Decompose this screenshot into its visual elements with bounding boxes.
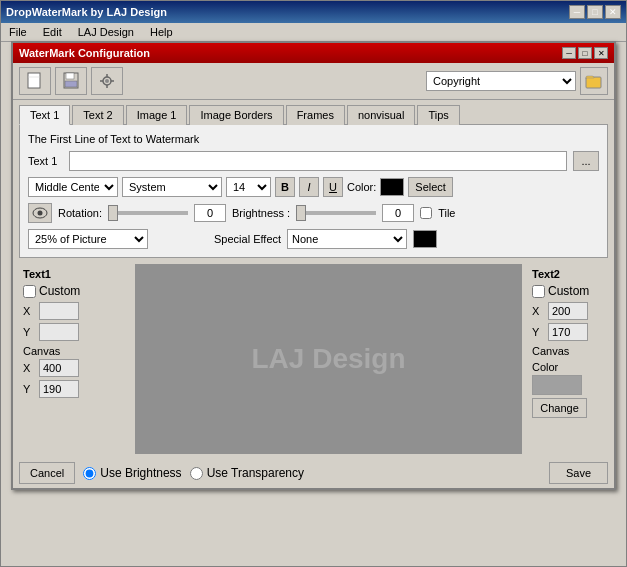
text1-input[interactable]: [69, 151, 567, 171]
main-content: The First Line of Text to Watermark Text…: [19, 124, 608, 258]
menu-lajdesign[interactable]: LAJ Design: [75, 25, 137, 39]
rotation-row: Rotation: Brightness : Tile: [28, 203, 599, 223]
menu-edit[interactable]: Edit: [40, 25, 65, 39]
change-color-button[interactable]: Change: [532, 398, 587, 418]
canvas-x-row: X: [23, 359, 125, 377]
settings-icon: [98, 72, 116, 90]
text1-custom-label: Custom: [39, 284, 80, 298]
tab-bar: Text 1 Text 2 Image 1 Image Borders Fram…: [13, 100, 614, 124]
brightness-radio[interactable]: [83, 467, 96, 480]
ellipsis-button[interactable]: ...: [573, 151, 599, 171]
text2-custom-checkbox[interactable]: [532, 285, 545, 298]
canvas-x-label: X: [23, 362, 35, 374]
bottom-bar: Cancel Use Brightness Use Transparency S…: [13, 458, 614, 488]
copyright-select[interactable]: Copyright Confidential Draft Custom: [426, 71, 576, 91]
text1-y-row: Y: [23, 323, 125, 341]
text2-y-row: Y: [532, 323, 604, 341]
new-button[interactable]: [19, 67, 51, 95]
tab-text1[interactable]: Text 1: [19, 105, 70, 125]
tab-image-borders[interactable]: Image Borders: [189, 105, 283, 125]
text1-custom-checkbox[interactable]: [23, 285, 36, 298]
menu-file[interactable]: File: [6, 25, 30, 39]
canvas-y-label: Y: [23, 383, 35, 395]
outer-titlebar: DropWaterMark by LAJ Design ─ □ ✕: [1, 1, 626, 23]
canvas-y-row: Y: [23, 380, 125, 398]
section-heading: The First Line of Text to Watermark: [28, 133, 599, 145]
inner-minimize-button[interactable]: ─: [562, 47, 576, 59]
cancel-button[interactable]: Cancel: [19, 462, 75, 484]
transparency-radio-label: Use Transparency: [207, 466, 304, 480]
tab-tips[interactable]: Tips: [417, 105, 459, 125]
text2-color-label: Color: [532, 361, 604, 373]
tile-checkbox[interactable]: [420, 207, 432, 219]
eye-button[interactable]: [28, 203, 52, 223]
menubar: File Edit LAJ Design Help: [1, 23, 626, 42]
maximize-button[interactable]: □: [587, 5, 603, 19]
inner-title: WaterMark Configuration: [19, 47, 150, 59]
text2-custom-row: Custom: [532, 284, 604, 298]
watermark-preview-text: LAJ Design: [251, 343, 405, 375]
size-select[interactable]: 14: [226, 177, 271, 197]
effect-label: Special Effect: [214, 233, 281, 245]
rotation-slider[interactable]: [108, 211, 188, 215]
brightness-label: Brightness :: [232, 207, 290, 219]
minimize-button[interactable]: ─: [569, 5, 585, 19]
effect-select[interactable]: None: [287, 229, 407, 249]
text2-y-input[interactable]: [548, 323, 588, 341]
text2-x-input[interactable]: [548, 302, 588, 320]
size-option-select[interactable]: 25% of Picture: [28, 229, 148, 249]
bold-button[interactable]: B: [275, 177, 295, 197]
text1-panel-title: Text1: [23, 268, 125, 280]
effect-color-swatch: [413, 230, 437, 248]
tab-frames[interactable]: Frames: [286, 105, 345, 125]
rotation-value[interactable]: [194, 204, 226, 222]
inner-close-button[interactable]: ✕: [594, 47, 608, 59]
rotation-label: Rotation:: [58, 207, 102, 219]
folder-button[interactable]: [580, 67, 608, 95]
transparency-radio-row: Use Transparency: [190, 466, 304, 480]
outer-title: DropWaterMark by LAJ Design: [6, 6, 167, 18]
settings-button[interactable]: [91, 67, 123, 95]
text2-custom-label: Custom: [548, 284, 589, 298]
transparency-radio[interactable]: [190, 467, 203, 480]
underline-button[interactable]: U: [323, 177, 343, 197]
format-row: Middle Center System 14 B I U Color: Sel…: [28, 177, 599, 197]
inner-window: WaterMark Configuration ─ □ ✕: [11, 41, 616, 490]
text1-x-input[interactable]: [39, 302, 79, 320]
canvas-x-input[interactable]: [39, 359, 79, 377]
menu-help[interactable]: Help: [147, 25, 176, 39]
folder-icon: [585, 72, 603, 90]
svg-point-13: [38, 211, 43, 216]
close-button[interactable]: ✕: [605, 5, 621, 19]
new-icon: [26, 72, 44, 90]
text1-panel: Text1 Custom X Y Canvas X: [19, 264, 129, 454]
italic-button[interactable]: I: [299, 177, 319, 197]
text1-row: Text 1 ...: [28, 151, 599, 171]
text1-custom-row: Custom: [23, 284, 125, 298]
text2-panel: Text2 Custom X Y Canvas Color Change: [528, 264, 608, 454]
preview-area: LAJ Design: [135, 264, 522, 454]
canvas-y-input[interactable]: [39, 380, 79, 398]
tile-label: Tile: [438, 207, 455, 219]
inner-window-controls: ─ □ ✕: [562, 47, 608, 59]
save-button[interactable]: Save: [549, 462, 608, 484]
align-select[interactable]: Middle Center: [28, 177, 118, 197]
brightness-slider[interactable]: [296, 211, 376, 215]
color-swatch: [380, 178, 404, 196]
text1-canvas-label: Canvas: [23, 345, 125, 357]
tab-image1[interactable]: Image 1: [126, 105, 188, 125]
text2-panel-title: Text2: [532, 268, 604, 280]
brightness-value[interactable]: [382, 204, 414, 222]
inner-maximize-button[interactable]: □: [578, 47, 592, 59]
text1-y-input[interactable]: [39, 323, 79, 341]
text2-x-row: X: [532, 302, 604, 320]
text2-y-label: Y: [532, 326, 544, 338]
font-select[interactable]: System: [122, 177, 222, 197]
tab-nonvisual[interactable]: nonvisual: [347, 105, 415, 125]
save-button[interactable]: [55, 67, 87, 95]
bottom-area: Text1 Custom X Y Canvas X: [19, 264, 608, 454]
tab-text2[interactable]: Text 2: [72, 105, 123, 125]
select-color-button[interactable]: Select: [408, 177, 453, 197]
text1-x-row: X: [23, 302, 125, 320]
outer-window: DropWaterMark by LAJ Design ─ □ ✕ File E…: [0, 0, 627, 567]
